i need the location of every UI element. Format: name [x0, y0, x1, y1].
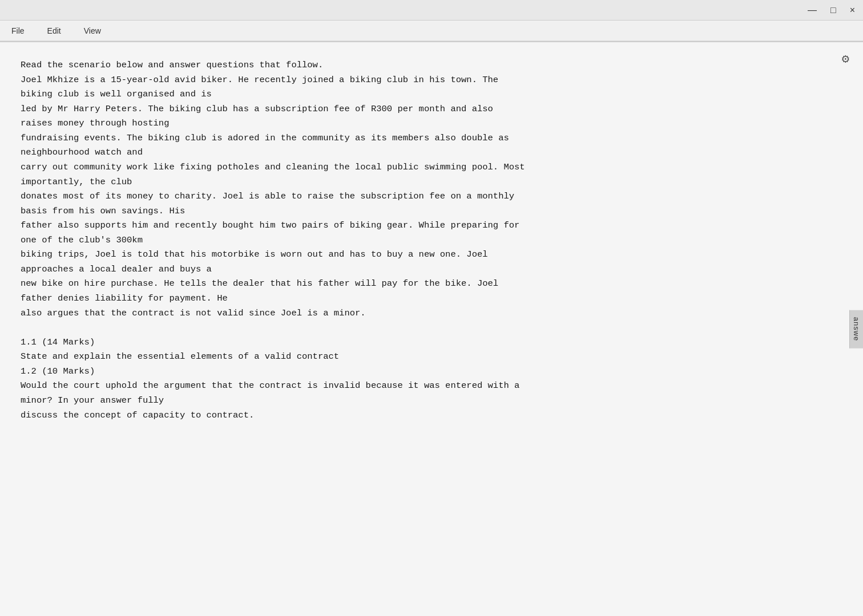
window: — □ × File Edit View ⚙ Read the scenario… [0, 0, 863, 616]
menu-edit[interactable]: Edit [43, 24, 66, 38]
menu-file[interactable]: File [7, 24, 29, 38]
title-bar: — □ × [0, 0, 863, 21]
scenario-text: Read the scenario below and answer quest… [21, 58, 840, 423]
menu-view[interactable]: View [79, 24, 106, 38]
minimize-button[interactable]: — [804, 4, 820, 17]
content-area: ⚙ Read the scenario below and answer que… [0, 42, 863, 616]
main-content: Read the scenario below and answer quest… [0, 42, 863, 616]
menu-bar: File Edit View [0, 21, 863, 41]
side-answer-tab[interactable]: answe [849, 310, 863, 348]
settings-icon[interactable]: ⚙ [842, 51, 849, 67]
close-button[interactable]: × [846, 4, 858, 17]
restore-button[interactable]: □ [827, 4, 840, 17]
title-bar-controls: — □ × [804, 4, 858, 17]
